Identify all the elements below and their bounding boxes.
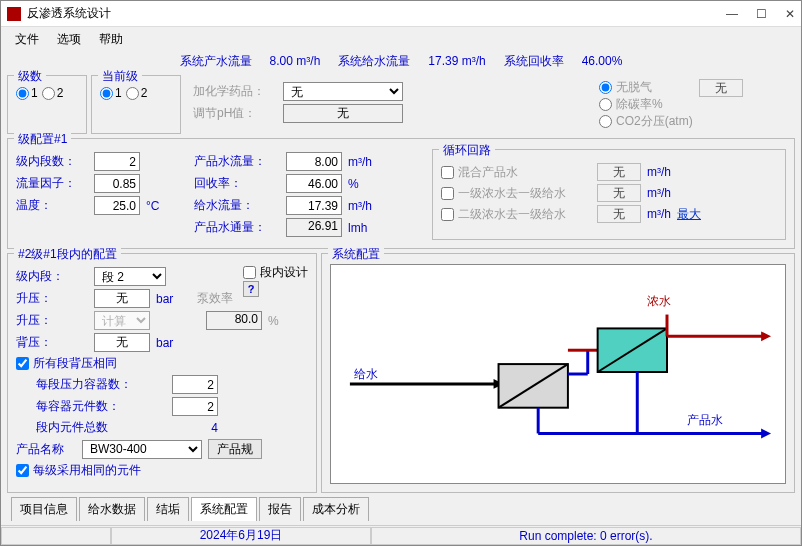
pass-in-stage-label: 级内段： <box>16 268 88 285</box>
mix-value: 无 <box>597 163 641 181</box>
system-diagram: 给水 浓水 <box>330 264 786 484</box>
boost2-select: 计算 <box>94 311 150 330</box>
tab-project-info[interactable]: 项目信息 <box>11 497 77 521</box>
chem-add-select[interactable]: 无 <box>283 82 403 101</box>
gas-value: 无 <box>699 79 743 97</box>
temp-label: 温度： <box>16 197 88 214</box>
conc1-to-feed-checkbox[interactable]: 一级浓水去一级给水 <box>441 185 591 202</box>
pv-count-label: 每段压力容器数： <box>16 376 166 393</box>
recovery-unit: % <box>348 177 359 191</box>
menu-options[interactable]: 选项 <box>57 31 81 48</box>
status-message: Run complete: 0 error(s). <box>371 527 801 545</box>
conc2-to-feed-checkbox[interactable]: 二级浓水去一级给水 <box>441 206 591 223</box>
svg-marker-15 <box>761 429 771 439</box>
sys-perm-flow-value: 8.00 m³/h <box>270 54 321 68</box>
perm-flow-unit: m³/h <box>348 155 372 169</box>
total-elements-label: 段内元件总数 <box>16 419 166 436</box>
close-button[interactable]: ✕ <box>785 7 795 21</box>
internal-design-checkbox[interactable]: 段内设计 <box>243 264 308 281</box>
boost-input[interactable] <box>94 289 150 308</box>
menubar: 文件 选项 帮助 <box>1 27 801 51</box>
diagram-feed-label: 给水 <box>354 367 378 381</box>
titlebar: 反渗透系统设计 — ☐ ✕ <box>1 1 801 27</box>
co2p-radio[interactable]: CO2分压(atm) <box>599 113 693 130</box>
perm-flow-label: 产品水流量： <box>194 153 280 170</box>
stages-legend: 级数 <box>14 68 46 85</box>
svg-marker-10 <box>761 331 771 341</box>
elements-per-vessel-input[interactable] <box>172 397 218 416</box>
system-config-legend: 系统配置 <box>328 246 384 263</box>
tab-feed-data[interactable]: 给水数据 <box>79 497 145 521</box>
recirc-legend: 循环回路 <box>439 142 495 159</box>
maximize-button[interactable]: ☐ <box>756 7 767 21</box>
current-radio-1[interactable]: 1 <box>100 86 122 100</box>
stages-radio-2[interactable]: 2 <box>42 86 64 100</box>
menu-help[interactable]: 帮助 <box>99 31 123 48</box>
diagram-perm-label: 产品水 <box>687 413 723 427</box>
minimize-button[interactable]: — <box>726 7 738 21</box>
recovery-input[interactable] <box>286 174 342 193</box>
tab-cost-analysis[interactable]: 成本分析 <box>303 497 369 521</box>
max-link[interactable]: 最大 <box>677 206 701 223</box>
backpressure-input[interactable] <box>94 333 150 352</box>
all-same-back-checkbox[interactable]: 所有段背压相同 <box>16 355 308 372</box>
flux-label: 产品水通量： <box>194 219 280 236</box>
total-elements-value: 4 <box>172 421 218 435</box>
sys-feed-flow-value: 17.39 m³/h <box>428 54 485 68</box>
conc1-value: 无 <box>597 184 641 202</box>
chem-add-label: 加化学药品： <box>193 83 277 100</box>
current-radio-2[interactable]: 2 <box>126 86 148 100</box>
tab-report[interactable]: 报告 <box>259 497 301 521</box>
feed-flow-input[interactable] <box>286 196 342 215</box>
deco2-radio[interactable]: 除碳率% <box>599 96 693 113</box>
pump-eff-label: 泵效率 <box>197 290 233 307</box>
mix-product-checkbox[interactable]: 混合产品水 <box>441 164 591 181</box>
menu-file[interactable]: 文件 <box>15 31 39 48</box>
flow-factor-input[interactable] <box>94 174 140 193</box>
tab-system-config[interactable]: 系统配置 <box>191 497 257 521</box>
help-icon[interactable]: ? <box>243 281 259 297</box>
flux-value: 26.91 <box>286 218 342 237</box>
stage-config-1-legend: 级配置#1 <box>14 131 71 148</box>
backpressure-label: 背压： <box>16 334 88 351</box>
status-bar: 2024年6月19日 Run complete: 0 error(s). <box>1 525 801 545</box>
passes-label: 级内段数： <box>16 153 88 170</box>
sys-feed-flow-label: 系统给水流量 <box>338 53 410 70</box>
pump-eff-value: 80.0 <box>206 311 262 330</box>
pass-select[interactable]: 段 2 <box>94 267 166 286</box>
window-title: 反渗透系统设计 <box>27 5 726 22</box>
sys-recovery-value: 46.00% <box>582 54 623 68</box>
adjust-ph-value: 无 <box>283 104 403 123</box>
flow-factor-label: 流量因子： <box>16 175 88 192</box>
boost2-label: 升压： <box>16 312 88 329</box>
same-element-each-stage-checkbox[interactable]: 每级采用相同的元件 <box>16 462 308 479</box>
product-spec-button[interactable]: 产品规 <box>208 439 262 459</box>
feed-flow-unit: m³/h <box>348 199 372 213</box>
sys-recovery-label: 系统回收率 <box>504 53 564 70</box>
bottom-tabs: 项目信息 给水数据 结垢 系统配置 报告 成本分析 <box>7 497 795 521</box>
product-name-label: 产品名称 <box>16 441 76 458</box>
stage2-legend: #2级#1段内的配置 <box>14 246 121 263</box>
perm-flow-input[interactable] <box>286 152 342 171</box>
elements-per-vessel-label: 每容器元件数： <box>16 398 166 415</box>
temp-unit: °C <box>146 199 159 213</box>
passes-input[interactable] <box>94 152 140 171</box>
pv-count-input[interactable] <box>172 375 218 394</box>
tab-scaling[interactable]: 结垢 <box>147 497 189 521</box>
current-stage-legend: 当前级 <box>98 68 142 85</box>
app-icon <box>7 7 21 21</box>
flux-unit: lmh <box>348 221 367 235</box>
conc2-value: 无 <box>597 205 641 223</box>
recovery-label: 回收率： <box>194 175 280 192</box>
degas-radio[interactable]: 无脱气 <box>599 79 693 96</box>
product-select[interactable]: BW30-400 <box>82 440 202 459</box>
sys-perm-flow-label: 系统产水流量 <box>180 53 252 70</box>
boost-label: 升压： <box>16 290 88 307</box>
status-date: 2024年6月19日 <box>111 527 371 545</box>
diagram-conc-label: 浓水 <box>647 294 671 308</box>
feed-flow-label: 给水流量： <box>194 197 280 214</box>
temp-input[interactable] <box>94 196 140 215</box>
adjust-ph-label: 调节pH值： <box>193 105 277 122</box>
stages-radio-1[interactable]: 1 <box>16 86 38 100</box>
